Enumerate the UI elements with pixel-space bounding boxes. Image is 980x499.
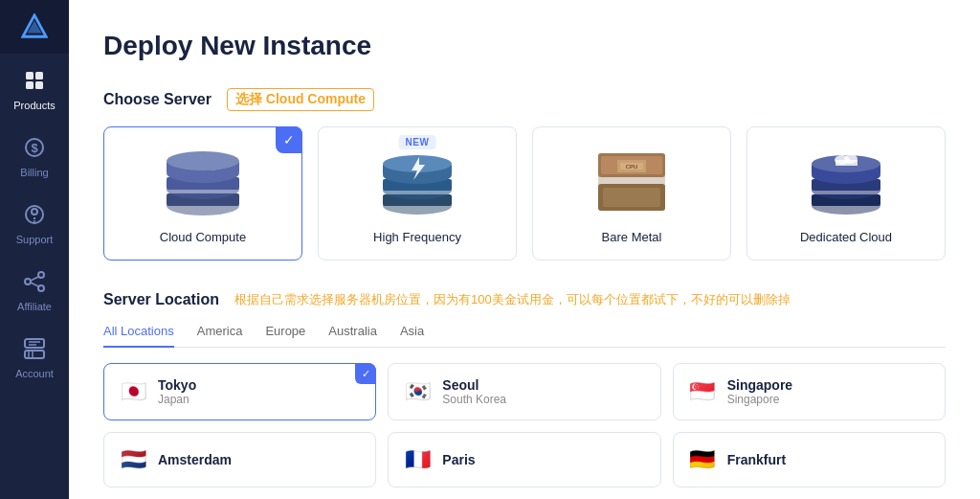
svg-rect-20 xyxy=(25,339,44,348)
server-location-header: Server Location 根据自己需求选择服务器机房位置，因为有100美金… xyxy=(103,291,946,308)
amsterdam-info: Amsterdam xyxy=(158,452,232,467)
svg-point-11 xyxy=(33,220,35,222)
singapore-info: Singapore Singapore xyxy=(727,377,792,406)
tokyo-info: Tokyo Japan xyxy=(158,377,196,406)
bare-metal-icon: CPU xyxy=(584,144,679,220)
server-location-label: Server Location xyxy=(103,291,219,308)
tab-america[interactable]: America xyxy=(197,324,243,348)
server-card-high-frequency[interactable]: NEW High Frequency xyxy=(318,126,517,261)
svg-rect-5 xyxy=(35,81,43,89)
high-frequency-icon xyxy=(369,144,465,220)
location-card-tokyo[interactable]: ✓ 🇯🇵 Tokyo Japan xyxy=(103,363,376,420)
svg-line-15 xyxy=(31,277,38,281)
svg-rect-4 xyxy=(26,81,33,89)
server-card-dedicated-cloud[interactable]: Dedicated Cloud xyxy=(746,126,946,261)
svg-point-13 xyxy=(38,272,44,278)
choose-server-label: Choose Server xyxy=(103,91,212,108)
svg-point-12 xyxy=(25,279,31,284)
frankfurt-city: Frankfurt xyxy=(727,452,786,467)
flag-japan: 🇯🇵 xyxy=(120,378,146,405)
seoul-country: South Korea xyxy=(442,393,506,406)
tab-all-locations[interactable]: All Locations xyxy=(103,324,174,348)
flag-singapore: 🇸🇬 xyxy=(689,378,716,405)
sidebar-item-products[interactable]: Products xyxy=(0,54,69,121)
tab-australia[interactable]: Australia xyxy=(328,324,377,348)
seoul-info: Seoul South Korea xyxy=(442,377,506,406)
page-title: Deploy New Instance xyxy=(103,31,946,61)
dedicated-cloud-label: Dedicated Cloud xyxy=(800,230,892,244)
tab-europe[interactable]: Europe xyxy=(265,324,305,348)
svg-rect-3 xyxy=(35,72,43,79)
amsterdam-city: Amsterdam xyxy=(158,452,232,467)
flag-korea: 🇰🇷 xyxy=(404,378,431,405)
support-icon xyxy=(21,201,48,228)
location-card-singapore[interactable]: 🇸🇬 Singapore Singapore xyxy=(673,363,946,420)
affiliate-icon xyxy=(21,268,48,295)
sidebar-item-affiliate[interactable]: Affiliate xyxy=(0,255,69,322)
svg-text:CPU: CPU xyxy=(626,164,638,170)
flag-amsterdam: 🇳🇱 xyxy=(120,446,146,473)
svg-rect-44 xyxy=(603,188,660,207)
server-card-cloud-compute[interactable]: ✓ + ÷ × xyxy=(103,126,302,261)
paris-info: Paris xyxy=(442,452,475,467)
singapore-country: Singapore xyxy=(727,393,792,406)
singapore-city: Singapore xyxy=(727,377,792,393)
paris-city: Paris xyxy=(442,452,475,467)
location-cards: ✓ 🇯🇵 Tokyo Japan 🇰🇷 Seoul South Korea 🇸🇬… xyxy=(103,363,946,488)
sidebar-item-label-affiliate: Affiliate xyxy=(17,301,52,312)
dedicated-cloud-icon xyxy=(798,144,894,220)
flag-frankfurt: 🇩🇪 xyxy=(689,446,716,473)
tokyo-country: Japan xyxy=(158,393,196,406)
svg-line-16 xyxy=(31,283,38,286)
logo[interactable] xyxy=(0,0,69,54)
sidebar-item-billing[interactable]: $ Billing xyxy=(0,121,69,188)
location-card-frankfurt[interactable]: 🇩🇪 Frankfurt xyxy=(673,432,946,488)
server-card-bare-metal[interactable]: CPU Bare Metal xyxy=(532,126,731,261)
location-card-paris[interactable]: 🇫🇷 Paris xyxy=(388,432,660,488)
sidebar-item-account[interactable]: Account xyxy=(0,322,69,389)
selected-check-cloud: ✓ xyxy=(276,126,302,153)
svg-point-14 xyxy=(38,285,44,291)
logo-icon xyxy=(21,13,48,40)
cloud-compute-icon: + ÷ × xyxy=(155,144,251,220)
account-icon xyxy=(21,335,48,362)
svg-rect-17 xyxy=(25,351,44,358)
tokyo-city: Tokyo xyxy=(158,377,196,393)
sidebar-item-label-account: Account xyxy=(15,368,54,379)
svg-rect-57 xyxy=(835,160,858,166)
flag-paris: 🇫🇷 xyxy=(404,446,431,473)
location-card-amsterdam[interactable]: 🇳🇱 Amsterdam xyxy=(103,432,376,488)
tab-asia[interactable]: Asia xyxy=(400,324,424,348)
server-location-hint: 根据自己需求选择服务器机房位置，因为有100美金试用金，可以每个位置都试下，不好… xyxy=(234,291,791,308)
svg-point-8 xyxy=(32,209,37,215)
choose-server-hint: 选择 Cloud Compute xyxy=(227,88,374,111)
svg-point-32 xyxy=(167,151,239,170)
new-badge-high-freq: NEW xyxy=(399,135,436,149)
server-type-cards: ✓ + ÷ × xyxy=(103,126,946,261)
main-content: Deploy New Instance Choose Server 选择 Clo… xyxy=(69,0,980,499)
grid-icon xyxy=(21,67,48,94)
dollar-icon: $ xyxy=(21,134,48,161)
svg-rect-2 xyxy=(26,72,33,79)
frankfurt-info: Frankfurt xyxy=(727,452,786,467)
sidebar-item-label-products: Products xyxy=(13,100,55,111)
sidebar: Products $ Billing Support xyxy=(0,0,69,499)
svg-text:$: $ xyxy=(31,141,38,155)
high-frequency-label: High Frequency xyxy=(373,230,461,244)
cloud-compute-label: Cloud Compute xyxy=(160,230,246,244)
location-card-seoul[interactable]: 🇰🇷 Seoul South Korea xyxy=(388,363,660,420)
choose-server-header: Choose Server 选择 Cloud Compute xyxy=(103,88,946,111)
sidebar-item-label-support: Support xyxy=(16,234,54,245)
seoul-city: Seoul xyxy=(442,377,506,393)
bare-metal-label: Bare Metal xyxy=(602,230,662,244)
sidebar-item-support[interactable]: Support xyxy=(0,188,69,255)
location-tabs: All Locations America Europe Australia A… xyxy=(103,324,946,348)
selected-check-tokyo: ✓ xyxy=(355,363,376,384)
sidebar-item-label-billing: Billing xyxy=(20,167,48,178)
